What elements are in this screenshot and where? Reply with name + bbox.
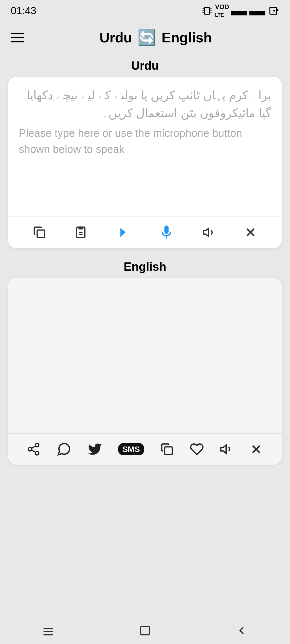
battery-icon: [267, 5, 279, 17]
network-type-icon: VODLTE: [215, 3, 229, 18]
copy-button[interactable]: [32, 225, 46, 239]
status-time: 01:43: [11, 5, 36, 17]
menu-button[interactable]: [11, 33, 24, 42]
status-icons: VODLTE ▄▄▄ ▄▄▄: [201, 3, 279, 18]
whatsapp-button[interactable]: [56, 442, 71, 457]
swap-languages-button[interactable]: 🔄: [137, 29, 156, 46]
target-output-card: SMS: [8, 278, 282, 465]
nav-menu-button[interactable]: [42, 624, 55, 637]
paste-button[interactable]: [74, 225, 88, 239]
source-input-area[interactable]: براہ کرم یہاں ٹائپ کریں یا بولنے کے لیے …: [8, 77, 282, 216]
signal-icon-2: ▄▄▄: [249, 6, 265, 15]
sms-badge-label: SMS: [118, 443, 144, 455]
svg-point-16: [35, 452, 39, 455]
svg-point-14: [35, 443, 39, 447]
svg-marker-20: [221, 445, 226, 453]
target-toolbar: SMS: [8, 433, 282, 465]
nav-home-button[interactable]: [139, 624, 151, 637]
sms-button[interactable]: SMS: [118, 443, 144, 455]
target-output-area: [8, 278, 282, 433]
source-clear-button[interactable]: [244, 225, 258, 239]
target-speaker-button[interactable]: [220, 442, 234, 456]
nav-back-button[interactable]: [235, 624, 248, 637]
target-language-label[interactable]: English: [162, 30, 212, 46]
source-placeholder-english: Please type here or use the microphone b…: [19, 125, 271, 157]
source-toolbar: [8, 216, 282, 248]
speaker-button[interactable]: [202, 225, 216, 239]
target-section-label: English: [0, 255, 290, 278]
microphone-button[interactable]: [158, 224, 175, 241]
source-language-label[interactable]: Urdu: [99, 30, 132, 46]
app-header: Urdu 🔄 English: [0, 21, 290, 54]
language-selector: Urdu 🔄 English: [32, 29, 279, 46]
svg-rect-26: [141, 626, 149, 635]
svg-rect-7: [37, 230, 45, 237]
twitter-button[interactable]: [87, 442, 102, 457]
svg-rect-0: [205, 7, 209, 14]
svg-marker-11: [203, 228, 209, 236]
svg-rect-19: [165, 447, 172, 454]
source-input-card: براہ کرم یہاں ٹائپ کریں یا بولنے کے لیے …: [8, 77, 282, 248]
svg-line-17: [32, 450, 36, 452]
favorite-button[interactable]: [190, 442, 204, 456]
source-placeholder-urdu: براہ کرم یہاں ٹائپ کریں یا بولنے کے لیے …: [19, 86, 271, 122]
vibrate-icon: [201, 5, 213, 17]
share-button[interactable]: [27, 442, 41, 456]
target-copy-button[interactable]: [160, 442, 174, 456]
translate-button[interactable]: [115, 225, 131, 240]
svg-point-15: [28, 448, 32, 451]
signal-icon-1: ▄▄▄: [231, 6, 247, 15]
status-bar: 01:43 VODLTE ▄▄▄ ▄▄▄: [0, 0, 290, 21]
svg-line-18: [32, 446, 36, 448]
bottom-navigation: [0, 617, 290, 644]
target-clear-button[interactable]: [249, 442, 263, 456]
source-section-label: Urdu: [0, 54, 290, 77]
